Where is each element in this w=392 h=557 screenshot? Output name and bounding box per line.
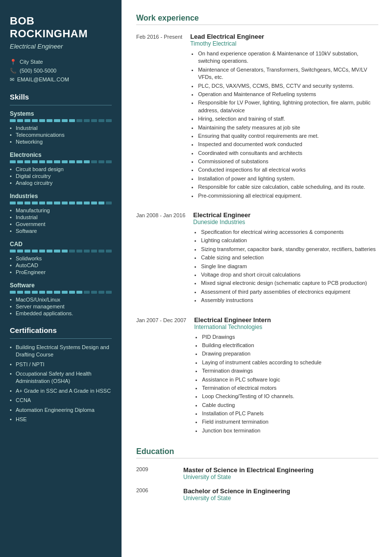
skill-category-name: Electronics	[10, 152, 112, 158]
skill-category: ElectronicsCircuit board designDigital c…	[10, 152, 112, 186]
skill-bar-segment	[106, 291, 112, 294]
work-entries: Feb 2016 - PresentLead Electrical Engine…	[136, 33, 378, 435]
cert-item: Occupational Safety and Health Administr…	[10, 370, 112, 385]
education-heading: Education	[136, 447, 378, 458]
skill-bar-segment	[91, 291, 97, 294]
work-content: Electrical Engineer InternInternational …	[194, 316, 378, 436]
work-bullet: Maintenance of Generators, Transformers,…	[198, 66, 378, 81]
candidate-name: BOB ROCKINGHAM	[10, 15, 112, 41]
work-bullet: PLC, DCS, VAX/VMS, CCMS, BMS, CCTV and s…	[198, 82, 378, 90]
work-bullets: On hand experience operation & Maintenan…	[190, 50, 378, 200]
work-bullet: Drawing preparation	[202, 350, 378, 357]
skill-bar-segment	[47, 119, 52, 122]
work-bullet: Conducted inspections for all electrical…	[198, 166, 378, 174]
skill-bar-segment	[98, 291, 104, 294]
skill-bar-segment	[24, 291, 30, 294]
education-section: Education 2009Master of Science in Elect…	[136, 447, 378, 502]
skill-bar-segment	[17, 250, 23, 253]
work-bullet: Hiring, selection and training of staff.	[198, 115, 378, 123]
work-job-title: Lead Electrical Engineer	[190, 33, 378, 40]
work-bullet: Termination of electrical motors	[202, 384, 378, 392]
work-bullet: Cable ducting	[202, 402, 378, 409]
sidebar: BOB ROCKINGHAM Electrical Engineer 📍 Cit…	[0, 0, 122, 557]
skill-bar-segment	[54, 160, 60, 163]
work-bullet: Operation and Maintenance of Refueling s…	[198, 91, 378, 98]
skill-item: Digital circuitry	[10, 173, 112, 179]
work-bullet: Single line diagram	[201, 263, 378, 270]
skill-bar-segment	[69, 250, 75, 253]
work-bullet: Building electrification	[202, 342, 378, 349]
main-content: Work experience Feb 2016 - PresentLead E…	[122, 0, 392, 557]
work-date: Jan 2007 - Dec 2007	[136, 316, 186, 436]
skill-item: AutoCAD	[10, 262, 112, 268]
edu-degree: Master of Science in Electrical Engineer…	[183, 466, 378, 474]
work-bullet: Coordinated with consultants and archite…	[198, 150, 378, 157]
location-icon: 📍	[10, 59, 17, 65]
skill-category-name: Software	[10, 282, 112, 289]
work-job-title: Electrical Engineer Intern	[194, 316, 378, 324]
edu-degree: Bachelor of Science in Engineering	[183, 487, 378, 495]
cert-item: PSTI / NPTI	[10, 361, 112, 368]
work-bullet: Junction box termination	[202, 427, 378, 434]
skill-bar-segment	[54, 119, 60, 122]
work-bullet: Sizing transformer, capacitor bank, stan…	[201, 246, 378, 253]
skill-bar-segment	[84, 160, 90, 163]
skill-bar	[10, 160, 112, 163]
work-bullets: Specification for electrical wiring acce…	[193, 228, 378, 304]
certifications-list: Building Electrical Systems Design and D…	[10, 344, 112, 424]
work-date: Jan 2008 - Jan 2016	[136, 211, 185, 305]
skill-bar-segment	[69, 160, 75, 163]
skill-bar-segment	[54, 250, 60, 253]
cert-item: HSE	[10, 416, 112, 423]
skill-bar-segment	[32, 160, 38, 163]
skill-bar-segment	[24, 160, 30, 163]
work-bullet: Inspected and documented work conducted	[198, 141, 378, 148]
skill-bar-segment	[76, 119, 82, 122]
work-bullet: Assistance in PLC software logic	[202, 376, 378, 383]
skill-item: Server management	[10, 304, 112, 309]
skill-bar-segment	[32, 250, 38, 253]
skill-bar-segment	[17, 119, 23, 122]
work-bullet: Cable sizing and selection	[201, 254, 378, 261]
skill-bar-segment	[62, 250, 68, 253]
skill-item: Analog circuitry	[10, 180, 112, 186]
skill-item: Software	[10, 228, 112, 234]
email-icon: ✉	[10, 76, 14, 83]
skill-bar-segment	[76, 250, 82, 253]
skill-bar-segment	[106, 250, 112, 253]
contact-phone: 📞 (500) 500-5000	[10, 68, 112, 74]
edu-entry: 2006Bachelor of Science in EngineeringUn…	[136, 487, 378, 502]
skill-bar-segment	[69, 291, 75, 294]
certifications-heading: Certifications	[10, 326, 112, 334]
work-bullet: Installation of PLC Panels	[202, 410, 378, 417]
skill-bar-segment	[62, 160, 68, 163]
skill-bar-segment	[84, 119, 90, 122]
skill-category: SystemsIndustrialTelecommunicationsNetwo…	[10, 110, 112, 145]
skill-bar-segment	[76, 202, 82, 204]
skill-bar-segment	[47, 291, 52, 294]
work-bullet: PID Drawings	[202, 333, 378, 341]
skill-bar-segment	[47, 250, 52, 253]
cert-item: CCNA	[10, 397, 112, 404]
work-content: Lead Electrical EngineerTimothy Electric…	[190, 33, 378, 201]
skill-bar-segment	[39, 291, 45, 294]
skill-item: Industrial	[10, 125, 112, 131]
skill-bar-segment	[69, 119, 75, 122]
skill-bar-segment	[10, 119, 16, 122]
work-bullet: Ensuring that quality control requiremen…	[198, 132, 378, 140]
skill-bar	[10, 250, 112, 253]
skill-category: SoftwareMacOS/Unix/LinuxServer managemen…	[10, 282, 112, 316]
skill-bar-segment	[84, 291, 90, 294]
skill-category-name: CAD	[10, 241, 112, 248]
skill-bar-segment	[10, 291, 16, 294]
skill-category: IndustriesManufacturingIndustrialGovernm…	[10, 193, 112, 234]
skill-bar-segment	[10, 202, 16, 204]
skill-bar-segment	[32, 119, 38, 122]
skill-item: Embedded applications.	[10, 310, 112, 316]
work-bullet: Assembly instructions	[201, 297, 378, 304]
skill-bar	[10, 119, 112, 122]
skill-categories: SystemsIndustrialTelecommunicationsNetwo…	[10, 110, 112, 316]
skill-item: MacOS/Unix/Linux	[10, 297, 112, 303]
cert-item: Building Electrical Systems Design and D…	[10, 344, 112, 359]
edu-school: University of State	[183, 474, 378, 481]
